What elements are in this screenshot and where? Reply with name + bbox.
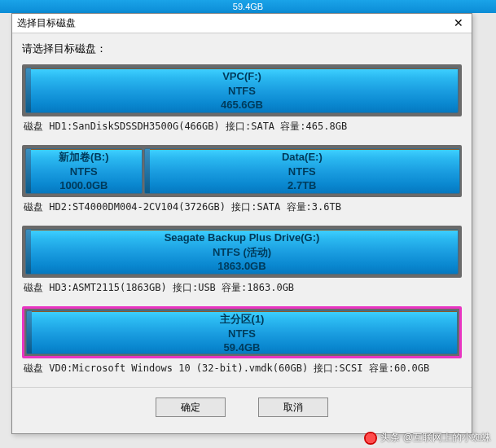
partition-name: VPC(F:) [222, 69, 261, 84]
ok-button[interactable]: 确定 [156, 397, 226, 417]
partition-left-strip [26, 149, 31, 193]
partition-size: 2.7TB [288, 178, 316, 193]
close-icon[interactable]: ✕ [450, 15, 467, 32]
partition-fs: NTFS [228, 84, 256, 99]
dialog-content: 请选择目标磁盘： VPC(F:)NTFS465.6GB磁盘 HD1:SanDis… [12, 33, 472, 384]
partition-fs: NTFS [70, 165, 98, 179]
disk-block[interactable]: 主分区(1)NTFS59.4GB磁盘 VD0:Microsoft Windows… [22, 306, 462, 384]
partition-fs: NTFS (活动) [213, 245, 271, 260]
button-row: 确定 取消 [12, 387, 472, 427]
disk-frame[interactable]: 新加卷(B:)NTFS1000.0GBData(E:)NTFS2.7TB [22, 145, 462, 197]
dialog-title: 选择目标磁盘 [17, 16, 450, 30]
partition-left-strip [27, 311, 32, 354]
select-target-disk-dialog: 选择目标磁盘 ✕ 请选择目标磁盘： VPC(F:)NTFS465.6GB磁盘 H… [11, 13, 472, 434]
disk-list: VPC(F:)NTFS465.6GB磁盘 HD1:SanDiskSDSSDH35… [22, 64, 462, 384]
disk-frame[interactable]: Seagate Backup Plus Drive(G:)NTFS (活动)18… [22, 226, 462, 278]
partition[interactable]: Data(E:)NTFS2.7TB [144, 148, 460, 194]
disk-frame[interactable]: VPC(F:)NTFS465.6GB [22, 64, 462, 116]
partition-left-strip [26, 68, 31, 112]
disk-frame[interactable]: 主分区(1)NTFS59.4GB [22, 306, 462, 358]
partition-fs: NTFS [228, 327, 256, 341]
disk-info-label: 磁盘 HD2:ST4000DM004-2CV104(3726GB) 接口:SAT… [22, 197, 462, 222]
partition-left-strip [26, 230, 31, 274]
partition-size: 1000.0GB [59, 178, 108, 193]
partition-body: Seagate Backup Plus Drive(G:)NTFS (活动)18… [26, 231, 458, 274]
disk-block[interactable]: VPC(F:)NTFS465.6GB磁盘 HD1:SanDiskSDSSDH35… [22, 64, 462, 142]
partition-body: 新加卷(B:)NTFS1000.0GB [26, 150, 142, 193]
partition-name: 主分区(1) [220, 312, 265, 327]
watermark-logo-icon [364, 432, 377, 445]
partition-left-strip [145, 149, 150, 193]
partition-body: Data(E:)NTFS2.7TB [145, 150, 459, 193]
partition[interactable]: 主分区(1)NTFS59.4GB [26, 310, 458, 354]
watermark-text: 头条 @互联网上的小蜘蛛 [380, 431, 491, 445]
disk-block[interactable]: Seagate Backup Plus Drive(G:)NTFS (活动)18… [22, 226, 462, 303]
partition-size: 465.6GB [221, 98, 263, 112]
prompt-label: 请选择目标磁盘： [22, 42, 462, 56]
partition[interactable]: Seagate Backup Plus Drive(G:)NTFS (活动)18… [25, 229, 459, 275]
partition-body: 主分区(1)NTFS59.4GB [27, 312, 457, 354]
partition-name: 新加卷(B:) [59, 150, 108, 165]
disk-info-label: 磁盘 HD1:SanDiskSDSSDH3500G(466GB) 接口:SATA… [22, 116, 462, 142]
disk-info-label: 磁盘 VD0:Microsoft Windows 10 (32-bit).vmd… [22, 358, 462, 384]
partition-name: Data(E:) [282, 150, 323, 165]
partition-name: Seagate Backup Plus Drive(G:) [165, 231, 320, 245]
cancel-button[interactable]: 取消 [258, 397, 328, 417]
disk-block[interactable]: 新加卷(B:)NTFS1000.0GBData(E:)NTFS2.7TB磁盘 H… [22, 145, 462, 222]
partition-fs: NTFS [288, 165, 316, 179]
partition[interactable]: 新加卷(B:)NTFS1000.0GB [25, 148, 143, 194]
partition-size: 1863.0GB [217, 259, 266, 274]
titlebar: 选择目标磁盘 ✕ [12, 14, 472, 33]
partition[interactable]: VPC(F:)NTFS465.6GB [25, 68, 459, 113]
partition-body: VPC(F:)NTFS465.6GB [26, 69, 458, 112]
partition-size: 59.4GB [224, 340, 261, 354]
disk-info-label: 磁盘 HD3:ASMT2115(1863GB) 接口:USB 容量:1863.0… [22, 278, 462, 303]
background-topbar: 59.4GB [0, 0, 496, 13]
watermark: 头条 @互联网上的小蜘蛛 [364, 431, 491, 445]
